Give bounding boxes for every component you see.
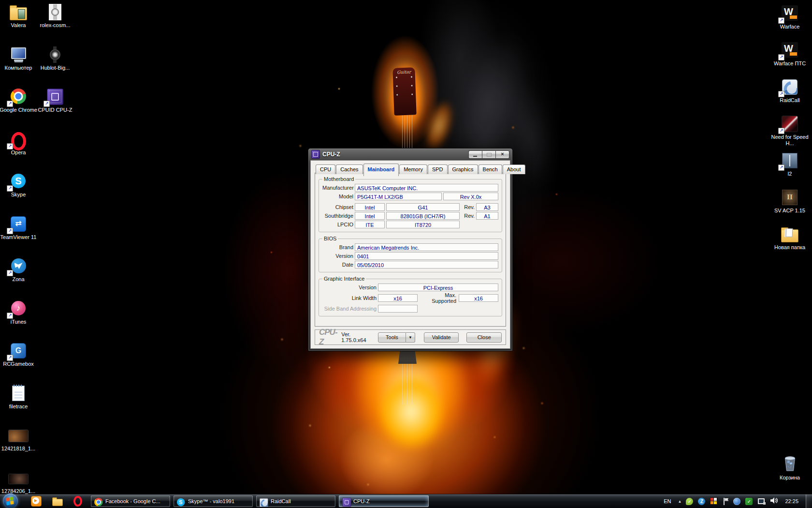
network-globe-tray-icon[interactable] xyxy=(733,498,740,505)
desktop-icon-label: RCGamebox xyxy=(0,361,42,367)
desktop-icon-rolex-cosm[interactable]: rolex-cosm... xyxy=(32,3,78,29)
maximize-button[interactable] xyxy=(482,150,495,159)
shortcut-arrow-icon: ↗ xyxy=(778,17,784,24)
lpcio-vendor-field: ITE xyxy=(355,221,385,228)
tab-about[interactable]: About xyxy=(503,164,525,174)
volume-tray-icon[interactable] xyxy=(770,497,778,506)
desktop-icon-filetrace[interactable]: filetrace xyxy=(0,384,42,410)
minimize-button[interactable] xyxy=(468,150,482,159)
teamviewer-icon: ⇄↗ xyxy=(0,215,42,233)
bios-brand-label: Brand xyxy=(322,244,353,250)
update-check-tray-icon[interactable]: ✓ xyxy=(745,498,753,505)
bios-group-label: BIOS xyxy=(322,236,338,241)
model-rev-field: Rev X.0x xyxy=(443,193,498,200)
bios-date-field: 05/05/2010 xyxy=(355,261,498,269)
desktop-icon-label: Warface ПТС xyxy=(767,60,812,67)
tab-graphics[interactable]: Graphics xyxy=(448,164,478,174)
desktop-icon-opera[interactable]: ↗Opera xyxy=(0,130,42,156)
window-client-area: CPUCachesMainboardMemorySPDGraphicsBench… xyxy=(310,160,510,349)
desktop-icon-label: RaidCall xyxy=(767,97,812,104)
close-window-button[interactable]: Close xyxy=(466,332,502,343)
shortcut-arrow-icon: ↗ xyxy=(778,54,784,60)
app-version-text: Ver. 1.75.0.x64 xyxy=(341,331,370,343)
green-messenger-tray-icon[interactable]: ✓ xyxy=(686,498,693,505)
start-button[interactable] xyxy=(3,493,18,508)
opera-quicklaunch-icon[interactable] xyxy=(73,496,82,507)
graphic-interface-group-label: Graphic Interface xyxy=(322,276,366,282)
tab-mainboard[interactable]: Mainboard xyxy=(363,164,399,176)
desktop-icon-need-for-speed-h[interactable]: ↗Need for Speed H... xyxy=(767,115,812,147)
side-band-addressing-field xyxy=(378,305,418,313)
zona-tray-icon[interactable]: Z xyxy=(698,498,705,505)
taskbar-button-raidcall[interactable]: RaidCall xyxy=(256,495,335,507)
taskbar-button-facebook-google-c[interactable]: Facebook - Google C... xyxy=(91,495,170,507)
southbridge-rev-label: Rev. xyxy=(464,213,475,219)
desktop-icon-hublot-big[interactable]: Hublot-Big... xyxy=(32,45,78,71)
fire-sparks xyxy=(0,0,1,1)
dark-watch-photo-icon xyxy=(32,45,78,64)
task-button-area: Facebook - Google C...SSkype™ - valo1991… xyxy=(91,495,429,507)
shortcut-arrow-icon: ↗ xyxy=(778,164,784,171)
close-button[interactable]: × xyxy=(495,150,509,159)
media-player-quicklaunch-icon[interactable]: ▶ xyxy=(31,496,42,507)
mainboard-tab-page: Motherboard Manufacturer ASUSTeK Compute… xyxy=(315,173,506,327)
desktop-icon-rcgamebox[interactable]: G↗RCGamebox xyxy=(0,342,42,367)
watch-photo-icon xyxy=(32,3,78,21)
skype-icon: S↗ xyxy=(0,172,42,191)
rubiks-cube-tray-icon[interactable] xyxy=(710,497,718,505)
bios-brand-field: American Megatrends Inc. xyxy=(355,243,498,251)
language-indicator[interactable]: EN xyxy=(661,497,673,505)
tray-icons: ✓Z✓ xyxy=(686,497,778,506)
desktop-icon-warface-птс[interactable]: W↗Warface ПТС xyxy=(767,41,812,67)
validate-button[interactable]: Validate xyxy=(424,332,459,343)
lan-connection-tray-icon[interactable] xyxy=(757,498,766,505)
desktop-icon-zona[interactable]: ↗Zona xyxy=(0,257,42,283)
rcgamebox-icon: G↗ xyxy=(0,342,42,360)
desktop-icon-itunes[interactable]: ♪↗iTunes xyxy=(0,299,42,325)
photo-thumb-2-icon xyxy=(0,469,42,487)
taskbar: ▶ Facebook - Google C...SSkype™ - valo19… xyxy=(0,494,812,508)
desktop-icon-label: l2 xyxy=(767,171,812,177)
windows-explorer-quicklaunch-icon[interactable] xyxy=(52,497,63,506)
window-titlebar[interactable]: CPU-Z × xyxy=(310,149,510,160)
desktop-icon-12421818-1[interactable]: 12421818_1... xyxy=(0,426,42,452)
show-desktop-button[interactable] xyxy=(806,494,812,508)
shortcut-arrow-icon: ↗ xyxy=(7,355,13,361)
bios-group: BIOS Brand American Megatrends Inc. Vers… xyxy=(319,236,502,272)
tab-caches[interactable]: Caches xyxy=(336,164,362,174)
action-center-flag-tray-icon[interactable] xyxy=(723,498,728,505)
shortcut-arrow-icon: ↗ xyxy=(7,101,13,107)
system-tray: EN ▲ ✓Z✓ 22:25 xyxy=(661,494,812,508)
link-width-label: Link Width xyxy=(322,295,377,301)
cpuz-window-icon xyxy=(311,150,320,159)
show-hidden-icons-button[interactable]: ▲ xyxy=(678,499,682,504)
desktop-icon-skype[interactable]: S↗Skype xyxy=(0,172,42,198)
desktop-icon-label: Warface xyxy=(767,24,812,30)
desktop-icon-sv-acp-1-15[interactable]: IISV ACP 1.15 xyxy=(767,188,812,214)
desktop-icon-12784206-1[interactable]: 12784206_1... xyxy=(0,469,42,494)
tools-button[interactable]: Tools xyxy=(378,332,406,343)
taskbar-button-skype-valo1991[interactable]: SSkype™ - valo1991 xyxy=(174,495,253,507)
desktop-icon-корзина[interactable]: Корзина xyxy=(767,455,812,481)
chipset-rev-field: A3 xyxy=(476,203,498,211)
tab-memory[interactable]: Memory xyxy=(399,164,427,174)
desktop-icon-l2[interactable]: ↗l2 xyxy=(767,151,812,177)
tab-spd[interactable]: SPD xyxy=(428,164,448,174)
side-band-addressing-label: Side Band Addressing xyxy=(322,306,377,312)
window-title: CPU-Z xyxy=(322,151,466,158)
tab-bench[interactable]: Bench xyxy=(478,164,502,174)
clock[interactable]: 22:25 xyxy=(785,498,798,504)
tools-dropdown-button[interactable]: ▼ xyxy=(406,332,415,343)
desktop-icon-teamviewer-11[interactable]: ⇄↗TeamViewer 11 xyxy=(0,215,42,240)
desktop-icon-warface[interactable]: W↗Warface xyxy=(767,4,812,30)
windows-logo-icon xyxy=(6,497,14,506)
desktop-icon-новая-папка[interactable]: Новая папка xyxy=(767,225,812,251)
cpuz-logo: CPU-Z xyxy=(319,328,337,347)
desktop-icon-label: 12784206_1... xyxy=(0,488,42,494)
bios-version-field: 0401 xyxy=(355,252,498,260)
desktop-icon-raidcall[interactable]: ↗RaidCall xyxy=(767,78,812,104)
taskbar-button-cpu-z[interactable]: CPU-Z xyxy=(339,495,429,507)
desktop-icon-cpuid-cpu-z[interactable]: ↗CPUID CPU-Z xyxy=(32,88,78,113)
desktop-icon-label: CPUID CPU-Z xyxy=(32,107,78,113)
tab-cpu[interactable]: CPU xyxy=(316,164,335,174)
